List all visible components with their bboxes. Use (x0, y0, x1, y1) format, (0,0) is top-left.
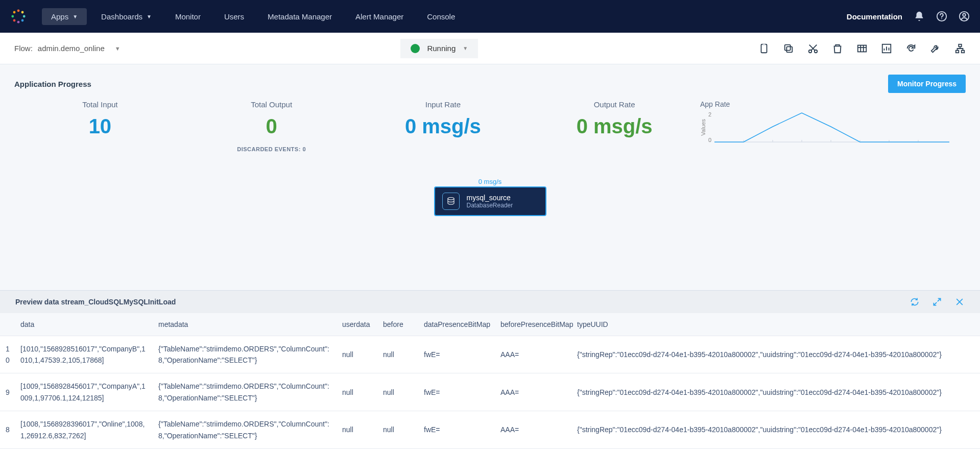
refresh-icon[interactable] (905, 43, 917, 54)
bell-icon[interactable] (914, 11, 925, 22)
svg-point-2 (23, 15, 26, 18)
hierarchy-icon[interactable] (954, 43, 966, 54)
table-icon[interactable] (856, 43, 868, 54)
top-nav: Apps▼ Dashboards▼ Monitor Users Metadata… (0, 0, 980, 33)
svg-rect-15 (785, 44, 791, 50)
flow-selector[interactable]: Flow: admin.demo_online ▼ (14, 44, 121, 53)
nav-dashboards[interactable]: Dashboards▼ (92, 8, 161, 25)
svg-rect-22 (962, 50, 965, 53)
svg-point-4 (17, 21, 20, 23)
stat-value: 0 (186, 115, 357, 138)
nav-apps[interactable]: Apps▼ (42, 8, 87, 25)
svg-point-1 (21, 11, 24, 14)
flow-name: admin.demo_online (38, 44, 105, 53)
nav-alert-manager[interactable]: Alert Manager (346, 8, 413, 25)
logo-icon (10, 8, 27, 25)
svg-point-9 (941, 18, 942, 19)
chevron-down-icon: ▼ (115, 45, 121, 52)
stat-label: Total Output (186, 100, 357, 109)
trash-icon[interactable] (832, 43, 843, 54)
wrench-icon[interactable] (930, 43, 941, 54)
stat-total-input: Total Input 10 (14, 100, 186, 138)
stat-value: 0 msg/s (357, 115, 529, 138)
status-pill[interactable]: Running ▼ (400, 39, 478, 58)
svg-point-11 (963, 14, 966, 17)
svg-rect-14 (786, 46, 792, 52)
svg-point-3 (21, 19, 24, 22)
nav-console[interactable]: Console (418, 8, 464, 25)
nav-users[interactable]: Users (215, 8, 253, 25)
stat-label: Input Rate (357, 100, 529, 109)
chart-icon[interactable] (881, 43, 892, 54)
database-icon (442, 193, 460, 210)
svg-point-6 (11, 15, 14, 18)
stat-value: 0 msg/s (529, 115, 700, 138)
app-progress: Application Progress Monitor Progress To… (0, 64, 980, 157)
chevron-down-icon: ▼ (463, 45, 468, 51)
svg-rect-20 (959, 44, 962, 46)
clipboard-icon[interactable] (758, 43, 770, 54)
status-text: Running (427, 44, 456, 53)
svg-rect-12 (761, 44, 767, 53)
copy-icon[interactable] (783, 43, 794, 54)
sub-header: Flow: admin.demo_online ▼ Running ▼ (0, 33, 980, 64)
help-icon[interactable] (936, 11, 947, 22)
svg-point-0 (17, 9, 20, 12)
flow-node-mysql-source[interactable]: mysql_source DatabaseReader (434, 186, 546, 216)
chart-title: App Rate (700, 100, 966, 108)
node-title: mysql_source (467, 194, 513, 202)
sparkline-chart (714, 111, 949, 143)
app-progress-title: Application Progress (14, 80, 91, 88)
stat-value: 10 (14, 115, 186, 138)
stat-label: Total Input (14, 100, 186, 109)
svg-rect-21 (956, 50, 959, 53)
svg-point-7 (13, 11, 16, 14)
y-ticks: 2 0 (708, 111, 711, 143)
discarded-events: DISCARDED EVENTS: 0 (186, 146, 357, 152)
stat-total-output: Total Output 0 DISCARDED EVENTS: 0 (186, 100, 357, 152)
nav-monitor[interactable]: Monitor (166, 8, 210, 25)
y-axis-label: Values (700, 119, 706, 136)
flow-canvas[interactable]: 0 msg/s mysql_source DatabaseReader (0, 157, 980, 216)
nav-items: Apps▼ Dashboards▼ Monitor Users Metadata… (42, 8, 464, 25)
stat-input-rate: Input Rate 0 msg/s (357, 100, 529, 138)
nav-metadata-manager[interactable]: Metadata Manager (258, 8, 341, 25)
svg-point-31 (448, 198, 454, 200)
chevron-down-icon: ▼ (73, 14, 78, 19)
cut-icon[interactable] (807, 43, 819, 54)
node-msg-rate: 0 msg/s (0, 178, 980, 185)
app-rate-chart: App Rate Values 2 0 (700, 100, 966, 143)
monitor-progress-button[interactable]: Monitor Progress (888, 75, 966, 93)
documentation-link[interactable]: Documentation (847, 12, 902, 21)
stat-output-rate: Output Rate 0 msg/s (529, 100, 700, 138)
flow-prefix: Flow: (14, 44, 33, 53)
node-subtitle: DatabaseReader (467, 202, 513, 209)
status-dot-icon (411, 44, 420, 53)
svg-rect-18 (858, 45, 867, 52)
user-icon[interactable] (959, 11, 970, 22)
svg-rect-13 (762, 43, 766, 45)
stat-label: Output Rate (529, 100, 700, 109)
svg-point-5 (13, 19, 16, 22)
chevron-down-icon: ▼ (147, 14, 152, 19)
